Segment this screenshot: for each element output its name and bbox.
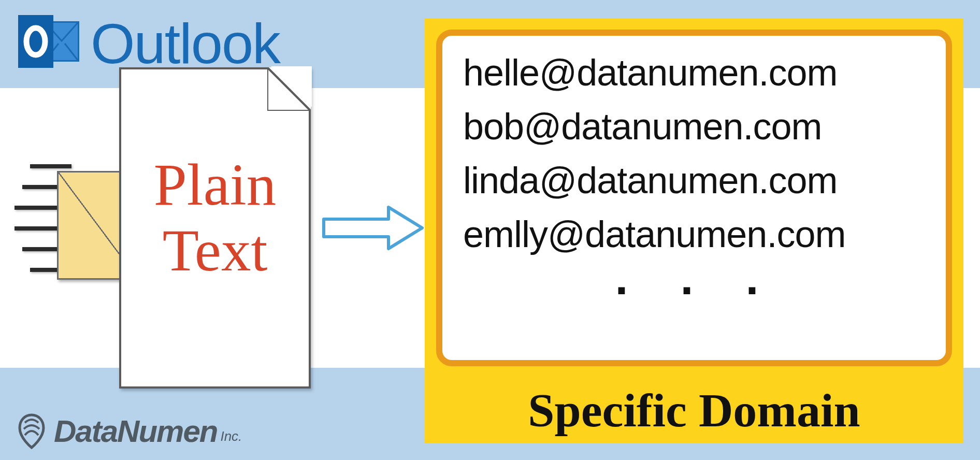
domain-email-list: helle@datanumen.com bob@datanumen.com li… — [436, 30, 952, 366]
arrow-icon — [321, 205, 425, 251]
footer-suffix: Inc. — [220, 428, 242, 444]
document-label: Plain Text — [121, 152, 309, 283]
email-item: linda@datanumen.com — [463, 159, 930, 202]
email-item: bob@datanumen.com — [463, 105, 930, 148]
footer-logo: DataNumen Inc. — [15, 412, 242, 450]
document-label-line2: Text — [121, 218, 309, 284]
footer-company: DataNumen — [54, 413, 217, 449]
outlook-title: Outlook — [91, 10, 280, 76]
email-item: helle@datanumen.com — [463, 51, 930, 94]
domain-caption: Specific Domain — [425, 383, 963, 438]
outlook-icon — [18, 15, 80, 72]
svg-rect-2 — [18, 15, 53, 68]
domain-panel: helle@datanumen.com bob@datanumen.com li… — [425, 18, 963, 443]
document-icon: Plain Text — [119, 67, 311, 389]
datanumen-icon — [15, 412, 49, 450]
ellipsis: . . . — [463, 267, 930, 290]
outlook-logo: Outlook — [18, 10, 280, 76]
email-item: emlly@datanumen.com — [463, 213, 930, 255]
document-label-line1: Plain — [121, 152, 309, 218]
